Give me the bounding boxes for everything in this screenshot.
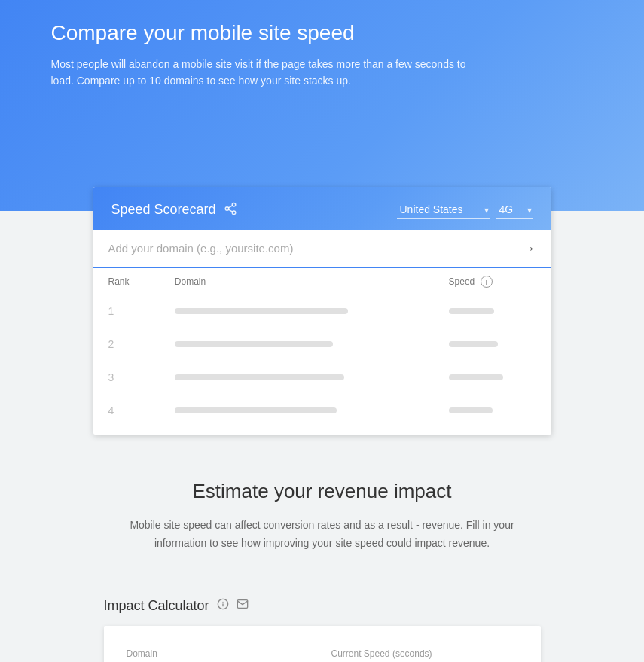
speed-header: Speed i <box>434 268 551 294</box>
table-row: 1 <box>93 294 551 328</box>
arrow-icon: → <box>521 239 536 256</box>
scorecard-controls: United States United Kingdom Canada Aust… <box>397 200 533 219</box>
hero-section: Compare your mobile site speed Most peop… <box>0 0 644 211</box>
rank-1: 1 <box>93 294 160 328</box>
rank-4: 4 <box>93 394 160 427</box>
domain-bar-2 <box>160 328 434 361</box>
rank-header: Rank <box>93 268 160 294</box>
current-speed-label: Current Speed (seconds) <box>331 648 518 659</box>
hero-title: Compare your mobile site speed <box>51 21 594 45</box>
domain-input[interactable] <box>108 237 514 259</box>
domain-submit-button[interactable]: → <box>514 239 536 257</box>
speed-bar-2 <box>434 328 551 361</box>
country-select[interactable]: United States United Kingdom Canada Aust… <box>397 200 490 219</box>
calc-title: Impact Calculator <box>104 598 209 614</box>
revenue-section: Estimate your revenue impact Mobile site… <box>0 435 644 575</box>
svg-line-3 <box>228 209 232 212</box>
scorecard-title: Speed Scorecard <box>111 202 216 218</box>
calc-info-icon[interactable] <box>217 598 229 613</box>
rank-3: 3 <box>93 361 160 394</box>
speed-bar-1 <box>434 294 551 328</box>
domain-bar-3 <box>160 361 434 394</box>
share-icon[interactable] <box>224 202 237 218</box>
domain-input-row: → <box>93 230 551 268</box>
calc-header: Impact Calculator <box>104 598 541 614</box>
rank-2: 2 <box>93 328 160 361</box>
svg-line-4 <box>228 205 232 207</box>
domain-field-label: Domain <box>127 648 313 659</box>
calc-section: Impact Calculator Domain <box>89 598 556 662</box>
scorecard-wrapper: Speed Scorecard United States United Kin… <box>36 187 609 435</box>
domain-field: Domain <box>127 648 313 662</box>
page-content: Estimate your revenue impact Mobile site… <box>0 435 644 662</box>
speed-bar-4 <box>434 394 551 427</box>
scorecard-table: Rank Domain Speed i 1 2 <box>93 268 551 427</box>
hero-subtitle: Most people will abandon a mobile site v… <box>51 56 488 90</box>
domain-header: Domain <box>160 268 434 294</box>
scorecard-header: Speed Scorecard United States United Kin… <box>93 187 551 230</box>
calc-card: Domain Current Speed (seconds) Average M… <box>104 626 541 662</box>
speed-bar-3 <box>434 361 551 394</box>
table-row: 4 <box>93 394 551 427</box>
scorecard-card: Speed Scorecard United States United Kin… <box>93 187 551 435</box>
network-select[interactable]: 4G 3G LTE <box>496 200 533 219</box>
domain-bar-4 <box>160 394 434 427</box>
current-speed-field: Current Speed (seconds) <box>331 648 518 662</box>
table-row: 3 <box>93 361 551 394</box>
scorecard-title-row: Speed Scorecard <box>111 202 237 218</box>
domain-bar-1 <box>160 294 434 328</box>
calc-row-1: Domain Current Speed (seconds) <box>127 648 518 662</box>
email-icon[interactable] <box>237 598 249 613</box>
country-select-wrapper[interactable]: United States United Kingdom Canada Aust… <box>397 200 490 219</box>
network-select-wrapper[interactable]: 4G 3G LTE <box>496 200 533 219</box>
revenue-desc: Mobile site speed can affect conversion … <box>104 517 541 553</box>
speed-info-icon[interactable]: i <box>481 276 493 288</box>
table-row: 2 <box>93 328 551 361</box>
revenue-title: Estimate your revenue impact <box>15 480 629 503</box>
